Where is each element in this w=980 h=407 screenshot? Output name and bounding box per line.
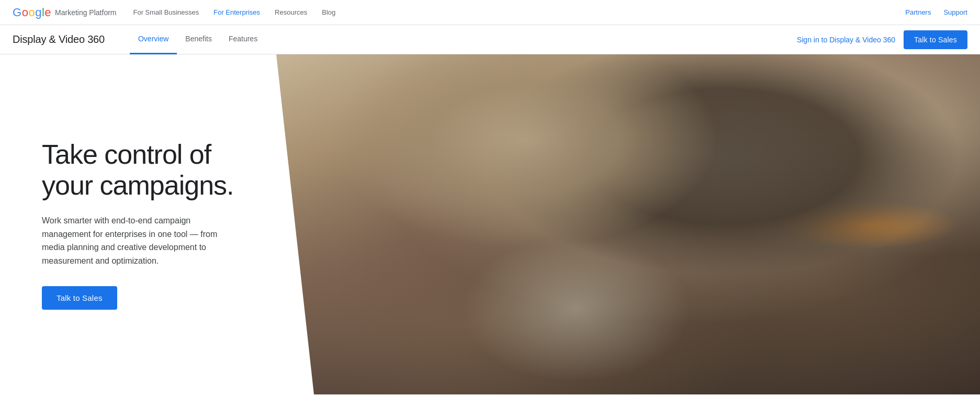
google-marketing-platform-logo[interactable]: Google Marketing Platform [13, 6, 117, 19]
hero-cta-button[interactable]: Talk to Sales [42, 286, 117, 310]
product-name: Display & Video 360 [13, 33, 105, 46]
tab-benefits[interactable]: Benefits [177, 25, 220, 54]
nav-link-enterprises[interactable]: For Enterprises [213, 8, 260, 16]
hero-subtext: Work smarter with end-to-end campaign ma… [42, 214, 241, 267]
nav-link-resources[interactable]: Resources [275, 8, 307, 16]
partners-link[interactable]: Partners [905, 8, 931, 16]
tab-overview[interactable]: Overview [130, 25, 177, 54]
hero-background-image [245, 54, 980, 394]
nav-link-small-businesses[interactable]: For Small Businesses [133, 8, 199, 16]
sign-in-link[interactable]: Sign in to Display & Video 360 [797, 36, 895, 44]
nav-link-blog[interactable]: Blog [322, 8, 335, 16]
top-nav-right: Partners Support [905, 8, 967, 16]
hero-section: Take control of your campaigns. Work sma… [0, 54, 980, 394]
hero-headline: Take control of your campaigns. [42, 139, 241, 202]
hero-content-card: Take control of your campaigns. Work sma… [0, 54, 272, 394]
top-navigation: Google Marketing Platform For Small Busi… [0, 0, 980, 25]
talk-to-sales-button-header[interactable]: Talk to Sales [904, 30, 967, 49]
google-wordmark: Google [13, 6, 51, 19]
support-link[interactable]: Support [943, 8, 967, 16]
secondary-nav-links: Overview Benefits Features [130, 25, 797, 54]
secondary-nav-right: Sign in to Display & Video 360 Talk to S… [797, 30, 967, 49]
platform-text: Marketing Platform [55, 8, 116, 17]
top-nav-links: For Small Businesses For Enterprises Res… [133, 8, 906, 16]
tab-features[interactable]: Features [220, 25, 266, 54]
secondary-navigation: Display & Video 360 Overview Benefits Fe… [0, 25, 980, 54]
